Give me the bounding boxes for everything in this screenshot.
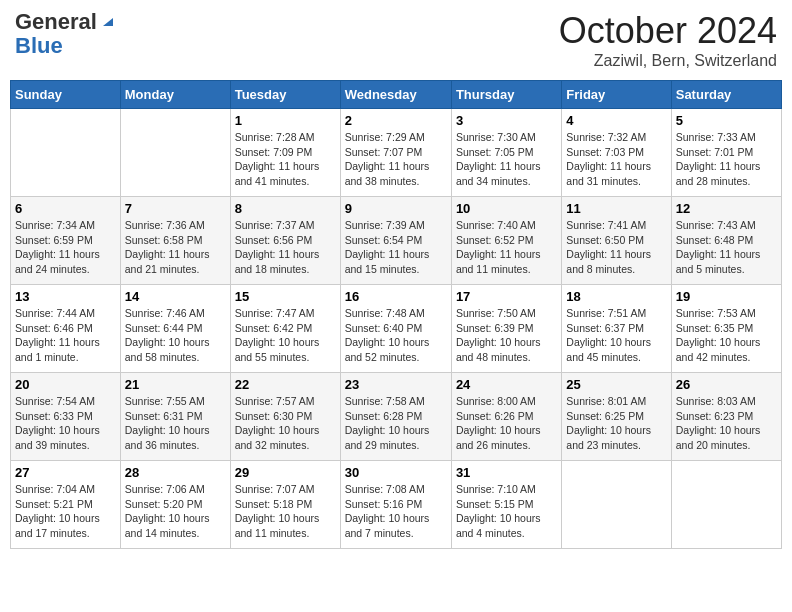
week-row-1: 1Sunrise: 7:28 AMSunset: 7:09 PMDaylight… [11, 109, 782, 197]
calendar-cell [562, 461, 671, 549]
calendar-cell: 13Sunrise: 7:44 AMSunset: 6:46 PMDayligh… [11, 285, 121, 373]
calendar-cell: 29Sunrise: 7:07 AMSunset: 5:18 PMDayligh… [230, 461, 340, 549]
day-header-thursday: Thursday [451, 81, 561, 109]
day-info: Sunrise: 7:37 AMSunset: 6:56 PMDaylight:… [235, 218, 336, 277]
day-info: Sunrise: 8:03 AMSunset: 6:23 PMDaylight:… [676, 394, 777, 453]
day-info: Sunrise: 7:34 AMSunset: 6:59 PMDaylight:… [15, 218, 116, 277]
calendar-cell: 28Sunrise: 7:06 AMSunset: 5:20 PMDayligh… [120, 461, 230, 549]
day-header-wednesday: Wednesday [340, 81, 451, 109]
day-number: 5 [676, 113, 777, 128]
day-info: Sunrise: 7:08 AMSunset: 5:16 PMDaylight:… [345, 482, 447, 541]
day-info: Sunrise: 7:54 AMSunset: 6:33 PMDaylight:… [15, 394, 116, 453]
calendar-cell: 3Sunrise: 7:30 AMSunset: 7:05 PMDaylight… [451, 109, 561, 197]
day-number: 19 [676, 289, 777, 304]
calendar-cell: 4Sunrise: 7:32 AMSunset: 7:03 PMDaylight… [562, 109, 671, 197]
logo-blue-text: Blue [15, 34, 115, 58]
day-header-monday: Monday [120, 81, 230, 109]
day-info: Sunrise: 7:39 AMSunset: 6:54 PMDaylight:… [345, 218, 447, 277]
day-number: 14 [125, 289, 226, 304]
title-block: October 2024 Zaziwil, Bern, Switzerland [559, 10, 777, 70]
calendar-cell [671, 461, 781, 549]
week-row-5: 27Sunrise: 7:04 AMSunset: 5:21 PMDayligh… [11, 461, 782, 549]
month-title: October 2024 [559, 10, 777, 52]
calendar-cell: 12Sunrise: 7:43 AMSunset: 6:48 PMDayligh… [671, 197, 781, 285]
day-number: 17 [456, 289, 557, 304]
day-number: 24 [456, 377, 557, 392]
day-number: 20 [15, 377, 116, 392]
calendar-cell: 16Sunrise: 7:48 AMSunset: 6:40 PMDayligh… [340, 285, 451, 373]
day-number: 26 [676, 377, 777, 392]
day-number: 25 [566, 377, 666, 392]
day-info: Sunrise: 7:33 AMSunset: 7:01 PMDaylight:… [676, 130, 777, 189]
day-number: 23 [345, 377, 447, 392]
day-number: 7 [125, 201, 226, 216]
calendar-cell: 11Sunrise: 7:41 AMSunset: 6:50 PMDayligh… [562, 197, 671, 285]
calendar-body: 1Sunrise: 7:28 AMSunset: 7:09 PMDaylight… [11, 109, 782, 549]
calendar: SundayMondayTuesdayWednesdayThursdayFrid… [10, 80, 782, 549]
calendar-cell: 18Sunrise: 7:51 AMSunset: 6:37 PMDayligh… [562, 285, 671, 373]
day-number: 10 [456, 201, 557, 216]
week-row-3: 13Sunrise: 7:44 AMSunset: 6:46 PMDayligh… [11, 285, 782, 373]
calendar-cell: 6Sunrise: 7:34 AMSunset: 6:59 PMDaylight… [11, 197, 121, 285]
calendar-header-row: SundayMondayTuesdayWednesdayThursdayFrid… [11, 81, 782, 109]
day-header-friday: Friday [562, 81, 671, 109]
week-row-2: 6Sunrise: 7:34 AMSunset: 6:59 PMDaylight… [11, 197, 782, 285]
day-info: Sunrise: 7:44 AMSunset: 6:46 PMDaylight:… [15, 306, 116, 365]
day-header-saturday: Saturday [671, 81, 781, 109]
day-info: Sunrise: 7:48 AMSunset: 6:40 PMDaylight:… [345, 306, 447, 365]
day-number: 11 [566, 201, 666, 216]
day-info: Sunrise: 7:06 AMSunset: 5:20 PMDaylight:… [125, 482, 226, 541]
calendar-cell: 2Sunrise: 7:29 AMSunset: 7:07 PMDaylight… [340, 109, 451, 197]
day-number: 27 [15, 465, 116, 480]
calendar-cell [120, 109, 230, 197]
day-info: Sunrise: 7:07 AMSunset: 5:18 PMDaylight:… [235, 482, 336, 541]
day-info: Sunrise: 7:36 AMSunset: 6:58 PMDaylight:… [125, 218, 226, 277]
day-info: Sunrise: 7:30 AMSunset: 7:05 PMDaylight:… [456, 130, 557, 189]
day-info: Sunrise: 7:10 AMSunset: 5:15 PMDaylight:… [456, 482, 557, 541]
calendar-cell: 8Sunrise: 7:37 AMSunset: 6:56 PMDaylight… [230, 197, 340, 285]
day-number: 29 [235, 465, 336, 480]
day-number: 28 [125, 465, 226, 480]
day-number: 31 [456, 465, 557, 480]
day-number: 9 [345, 201, 447, 216]
day-number: 15 [235, 289, 336, 304]
calendar-cell: 25Sunrise: 8:01 AMSunset: 6:25 PMDayligh… [562, 373, 671, 461]
day-info: Sunrise: 7:28 AMSunset: 7:09 PMDaylight:… [235, 130, 336, 189]
day-info: Sunrise: 8:01 AMSunset: 6:25 PMDaylight:… [566, 394, 666, 453]
day-info: Sunrise: 7:53 AMSunset: 6:35 PMDaylight:… [676, 306, 777, 365]
day-number: 6 [15, 201, 116, 216]
day-number: 21 [125, 377, 226, 392]
day-info: Sunrise: 7:04 AMSunset: 5:21 PMDaylight:… [15, 482, 116, 541]
day-info: Sunrise: 7:57 AMSunset: 6:30 PMDaylight:… [235, 394, 336, 453]
day-number: 22 [235, 377, 336, 392]
calendar-cell: 9Sunrise: 7:39 AMSunset: 6:54 PMDaylight… [340, 197, 451, 285]
day-info: Sunrise: 8:00 AMSunset: 6:26 PMDaylight:… [456, 394, 557, 453]
day-number: 1 [235, 113, 336, 128]
day-info: Sunrise: 7:43 AMSunset: 6:48 PMDaylight:… [676, 218, 777, 277]
day-info: Sunrise: 7:55 AMSunset: 6:31 PMDaylight:… [125, 394, 226, 453]
logo: General Blue [15, 10, 115, 58]
day-number: 16 [345, 289, 447, 304]
header: General Blue October 2024 Zaziwil, Bern,… [10, 10, 782, 70]
location: Zaziwil, Bern, Switzerland [559, 52, 777, 70]
week-row-4: 20Sunrise: 7:54 AMSunset: 6:33 PMDayligh… [11, 373, 782, 461]
day-info: Sunrise: 7:41 AMSunset: 6:50 PMDaylight:… [566, 218, 666, 277]
day-info: Sunrise: 7:50 AMSunset: 6:39 PMDaylight:… [456, 306, 557, 365]
day-header-tuesday: Tuesday [230, 81, 340, 109]
day-number: 12 [676, 201, 777, 216]
calendar-cell: 10Sunrise: 7:40 AMSunset: 6:52 PMDayligh… [451, 197, 561, 285]
calendar-cell: 31Sunrise: 7:10 AMSunset: 5:15 PMDayligh… [451, 461, 561, 549]
calendar-cell: 22Sunrise: 7:57 AMSunset: 6:30 PMDayligh… [230, 373, 340, 461]
calendar-cell: 1Sunrise: 7:28 AMSunset: 7:09 PMDaylight… [230, 109, 340, 197]
day-number: 3 [456, 113, 557, 128]
day-number: 8 [235, 201, 336, 216]
calendar-cell: 24Sunrise: 8:00 AMSunset: 6:26 PMDayligh… [451, 373, 561, 461]
calendar-cell [11, 109, 121, 197]
calendar-cell: 20Sunrise: 7:54 AMSunset: 6:33 PMDayligh… [11, 373, 121, 461]
calendar-cell: 21Sunrise: 7:55 AMSunset: 6:31 PMDayligh… [120, 373, 230, 461]
calendar-cell: 23Sunrise: 7:58 AMSunset: 6:28 PMDayligh… [340, 373, 451, 461]
day-info: Sunrise: 7:29 AMSunset: 7:07 PMDaylight:… [345, 130, 447, 189]
day-info: Sunrise: 7:47 AMSunset: 6:42 PMDaylight:… [235, 306, 336, 365]
day-number: 30 [345, 465, 447, 480]
svg-marker-0 [103, 18, 113, 26]
